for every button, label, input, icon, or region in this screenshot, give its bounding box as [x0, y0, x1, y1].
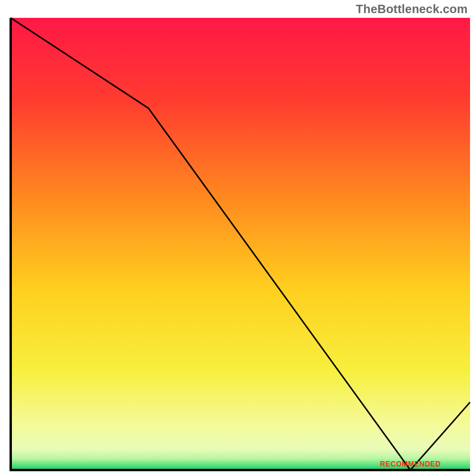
plot-background [11, 18, 470, 470]
recommended-marker: RECOMMENDED [380, 460, 441, 468]
bottleneck-chart: RECOMMENDED [0, 0, 476, 476]
chart-stage: { "attribution": "TheBottleneck.com", "c… [0, 0, 476, 476]
